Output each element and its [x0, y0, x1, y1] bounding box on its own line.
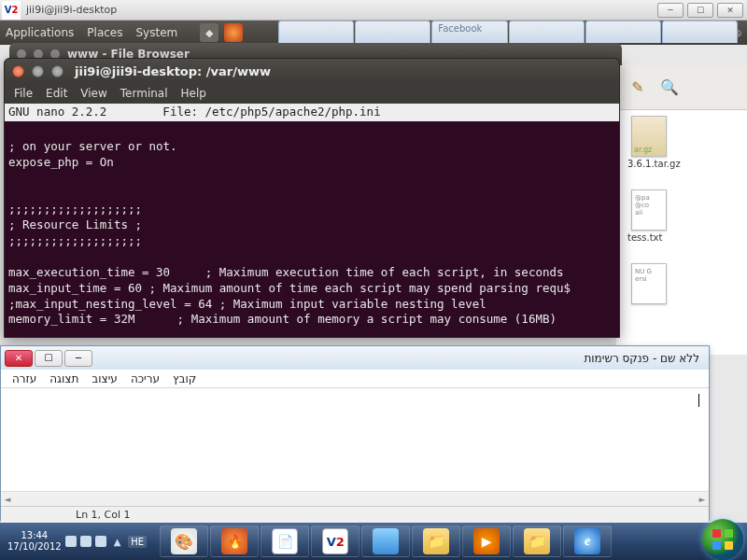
paint-icon — [171, 528, 197, 554]
menu-edit[interactable]: Edit — [46, 87, 67, 100]
edit-icon[interactable]: ✎ — [627, 77, 648, 98]
window-icon — [373, 528, 399, 554]
window-close-button[interactable] — [12, 65, 24, 77]
browser-tab[interactable] — [585, 21, 661, 43]
tray-overflow-icon[interactable]: ▲ — [114, 537, 121, 547]
vnc-title-bar: V2 jii9i@jii9i-desktop ─ ☐ ✕ — [0, 0, 747, 21]
file-label: 3.6.1.tar.gz — [627, 159, 681, 169]
firefox-icon — [221, 528, 247, 554]
vnc-logo-icon: V2 — [2, 1, 21, 20]
notepad-menubar: קובץ עריכה עיצוב תצוגה עזרה — [1, 370, 709, 388]
file-label: tess.txt — [627, 232, 662, 243]
taskbar-mediaplayer-button[interactable] — [462, 525, 511, 557]
browser-tab[interactable] — [662, 21, 738, 43]
terminal-window: jii9i@jii9i-desktop: /var/www File Edit … — [4, 58, 620, 338]
system-tray: 13:44 17/10/2012 ▲ HE — [0, 530, 154, 553]
menu-file[interactable]: קובץ — [173, 372, 196, 385]
panel-launcher-icon[interactable]: ◆ — [200, 23, 218, 42]
file-browser-window: ✎ 🔍 ar.gz 3.6.1.tar.gz @pa @co ali tess.… — [616, 65, 747, 355]
vnc-minimize-button[interactable]: ─ — [657, 3, 684, 18]
scroll-right-arrow-icon[interactable]: ► — [696, 495, 709, 504]
notepad-horizontal-scrollbar[interactable]: ◄ ► — [1, 491, 709, 506]
menu-file[interactable]: File — [14, 87, 33, 100]
window-maximize-button[interactable] — [51, 65, 63, 77]
browser-tab[interactable] — [278, 21, 354, 43]
menu-format[interactable]: עיצוב — [92, 372, 118, 385]
browser-tab[interactable] — [355, 21, 430, 43]
file-item[interactable]: NU G ersi — [622, 263, 734, 304]
taskbar-explorer-button[interactable] — [412, 525, 460, 557]
start-button[interactable] — [702, 519, 743, 560]
taskbar-window-button[interactable] — [361, 525, 410, 557]
notepad-cursor-position: Ln 1, Col 1 — [76, 509, 131, 521]
menu-help[interactable]: עזרה — [12, 372, 36, 385]
file-item[interactable]: ar.gz 3.6.1.tar.gz — [622, 116, 734, 169]
windows-logo-icon — [712, 529, 733, 550]
nano-version: GNU nano 2.2.2 — [8, 105, 106, 120]
text-file-icon: NU G ersi — [631, 263, 667, 304]
notepad-icon — [272, 528, 298, 554]
terminal-titlebar[interactable]: jii9i@jii9i-desktop: /var/www — [5, 59, 619, 83]
taskbar-explorer-button[interactable] — [513, 525, 561, 557]
browser-tab[interactable]: Facebook — [431, 21, 507, 43]
taskbar-firefox-button[interactable] — [210, 525, 259, 557]
terminal-menubar: File Edit View Terminal Help — [5, 83, 619, 104]
menu-edit[interactable]: עריכה — [131, 372, 160, 385]
taskbar-ie-button[interactable] — [563, 525, 612, 557]
folder-icon — [524, 528, 550, 554]
vnc-window-title: jii9i@jii9i-desktop — [26, 4, 117, 16]
notepad-titlebar[interactable]: ✕ ☐ ─ ללא שם - פנקס רשימות — [1, 345, 709, 370]
internet-explorer-icon — [574, 528, 600, 554]
menu-help[interactable]: Help — [181, 87, 206, 100]
tray-icon[interactable] — [65, 536, 77, 547]
window-minimize-button[interactable] — [32, 65, 44, 77]
file-item[interactable]: @pa @co ali tess.txt — [622, 189, 734, 243]
terminal-text-content[interactable]: ; on your server or not. expose_php = On… — [5, 121, 619, 329]
vnc-icon: V2 — [322, 528, 348, 554]
panel-menu-applications[interactable]: Applications — [6, 26, 74, 39]
taskbar-clock[interactable]: 13:44 17/10/2012 — [7, 530, 62, 553]
vnc-maximize-button[interactable]: ☐ — [687, 3, 713, 18]
notepad-window: ✕ ☐ ─ ללא שם - פנקס רשימות קובץ עריכה עי… — [0, 345, 710, 521]
taskbar-buttons: V2 — [160, 525, 612, 557]
text-file-icon: @pa @co ali — [631, 189, 667, 231]
archive-file-icon: ar.gz — [631, 116, 667, 157]
scroll-left-arrow-icon[interactable]: ◄ — [1, 495, 14, 504]
media-player-icon — [473, 528, 500, 554]
terminal-body[interactable]: GNU nano 2.2.2 File: /etc/php5/apache2/p… — [5, 104, 619, 337]
terminal-title: jii9i@jii9i-desktop: /var/www — [75, 64, 271, 78]
notepad-close-button[interactable]: ✕ — [5, 350, 33, 367]
menu-view[interactable]: תצוגה — [49, 372, 78, 385]
windows-taskbar: 13:44 17/10/2012 ▲ HE V2 — [0, 523, 747, 560]
text-cursor — [698, 394, 699, 407]
search-icon[interactable]: 🔍 — [659, 77, 680, 98]
taskbar-paint-button[interactable] — [160, 525, 208, 557]
taskbar-vnc-button[interactable]: V2 — [311, 525, 359, 557]
notepad-maximize-button[interactable]: ☐ — [35, 350, 63, 367]
notepad-minimize-button[interactable]: ─ — [64, 350, 92, 367]
nano-header: GNU nano 2.2.2 File: /etc/php5/apache2/p… — [5, 104, 619, 121]
menu-terminal[interactable]: Terminal — [120, 87, 168, 100]
file-browser-toolbar: ✎ 🔍 — [616, 65, 747, 110]
tray-icon[interactable] — [80, 536, 92, 547]
vnc-close-button[interactable]: ✕ — [717, 3, 743, 18]
notepad-statusbar: Ln 1, Col 1 — [1, 506, 709, 523]
background-browser-tabs: Facebook — [278, 21, 738, 43]
notepad-text-area[interactable] — [1, 388, 709, 491]
panel-menu-system[interactable]: System — [135, 26, 177, 39]
nano-file-label: File: /etc/php5/apache2/php.ini — [162, 105, 380, 120]
browser-tab[interactable] — [509, 21, 585, 43]
tray-icon[interactable] — [95, 536, 106, 547]
notepad-title: ללא שם - פנקס רשימות — [584, 352, 699, 365]
menu-view[interactable]: View — [80, 87, 106, 100]
folder-icon — [423, 528, 449, 554]
panel-menu-places[interactable]: Places — [87, 26, 122, 39]
language-indicator[interactable]: HE — [128, 536, 147, 548]
taskbar-notepad-button[interactable] — [261, 525, 309, 557]
panel-firefox-icon[interactable] — [224, 23, 243, 42]
